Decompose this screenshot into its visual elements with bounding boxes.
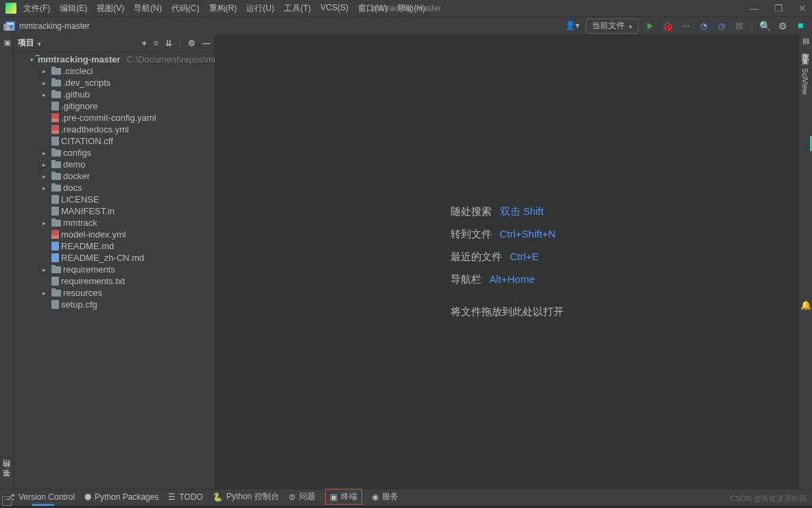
tree-file[interactable]: ▸requirements.txt — [14, 275, 215, 287]
status-terminal[interactable]: ▣终端 — [325, 489, 362, 505]
tree-item-label: docker — [63, 171, 90, 181]
tree-file[interactable]: ▸README.md — [14, 240, 215, 252]
chevron-right-icon[interactable]: ▸ — [43, 173, 49, 180]
tree-folder[interactable]: ▸.circleci — [14, 65, 215, 77]
tree-folder[interactable]: ▸.github — [14, 89, 215, 100]
keyboard-shortcut: 双击 Shift — [500, 205, 544, 218]
tree-file[interactable]: ▸.gitignore — [14, 100, 215, 112]
profile-button[interactable]: ◷ — [715, 20, 728, 32]
menu-item[interactable]: 导航(N) — [134, 3, 162, 14]
chevron-right-icon[interactable]: ▸ — [43, 91, 49, 98]
chevron-right-icon[interactable]: ▸ — [43, 185, 49, 192]
show-tool-windows-icon[interactable] — [2, 496, 12, 506]
folder-icon — [51, 150, 61, 157]
tree-file[interactable]: ▸CITATION.cff — [14, 135, 215, 147]
editor-area: 随处搜索双击 Shift转到文件Ctrl+Shift+N最近的文件Ctrl+E导… — [215, 34, 798, 489]
panel-settings-icon[interactable]: ⚙ — [188, 38, 195, 48]
status-services[interactable]: ◉服务 — [372, 491, 398, 503]
chevron-right-icon[interactable]: ▸ — [43, 220, 49, 227]
tool-database-tab[interactable]: ▤ 数据库 — [800, 36, 811, 47]
run-config-select[interactable]: 当前文件 — [586, 19, 638, 34]
status-bar: ⎇Version Control ⬢Python Packages ☰TODO … — [0, 489, 812, 504]
file-icon — [51, 102, 59, 111]
file-icon — [51, 113, 59, 122]
tree-file[interactable]: ▸model-index.yml — [14, 229, 215, 240]
tool-sciview-tab[interactable]: ▣ SciView — [801, 57, 810, 95]
stop-button[interactable] — [733, 20, 745, 32]
project-panel-title: 项目 — [18, 37, 34, 49]
expand-all-icon[interactable]: ≡ — [154, 38, 158, 48]
folder-icon — [51, 161, 61, 168]
more-run-icon[interactable]: ⋯ — [680, 20, 692, 32]
file-icon — [51, 207, 59, 216]
brand-action-icon[interactable] — [794, 20, 807, 32]
tree-folder[interactable]: ▸docker — [14, 170, 215, 182]
coverage-button[interactable]: ◔ — [697, 20, 710, 32]
tree-file[interactable]: ▸.readthedocs.yml — [14, 124, 215, 135]
right-gutter: ▤ 数据库 ▣ SciView 🔔 — [798, 34, 812, 489]
tree-file[interactable]: ▸MANIFEST.in — [14, 205, 215, 217]
status-python-console[interactable]: 🐍Python 控制台 — [213, 491, 279, 503]
watermark: CSDN @英俊潇洒的我 — [730, 494, 807, 504]
left-gutter: ▣项目 结构 书签 — [0, 34, 14, 489]
tree-folder[interactable]: ▸resources — [14, 287, 215, 299]
file-icon — [51, 195, 59, 204]
run-button[interactable] — [644, 20, 656, 32]
minimize-icon[interactable]: — — [750, 3, 759, 14]
folder-icon — [51, 185, 61, 192]
chevron-right-icon[interactable]: ▸ — [43, 290, 49, 297]
tree-folder[interactable]: ▸.dev_scripts — [14, 77, 215, 89]
close-icon[interactable]: ✕ — [798, 3, 807, 14]
folder-icon — [51, 290, 61, 297]
tree-item-label: .pre-commit-config.yaml — [61, 113, 156, 123]
tree-item-label: setup.cfg — [61, 299, 97, 310]
select-opened-icon[interactable]: ⌖ — [142, 38, 147, 48]
welcome-hints: 随处搜索双击 Shift转到文件Ctrl+Shift+N最近的文件Ctrl+E导… — [451, 205, 564, 319]
chevron-right-icon[interactable]: ▸ — [43, 150, 49, 157]
notifications-icon[interactable]: 🔔 — [800, 300, 811, 310]
tree-root[interactable]: ▾ mmtracking-master C:\Document\repos\mm… — [14, 54, 215, 65]
tree-folder[interactable]: ▸demo — [14, 159, 215, 170]
collapse-all-icon[interactable]: ⇊ — [165, 38, 172, 48]
folder-icon — [51, 80, 61, 86]
menu-item[interactable]: 运行(U) — [246, 3, 274, 14]
search-icon[interactable]: 🔍 — [759, 20, 771, 32]
debug-button[interactable]: 🐞 — [662, 20, 674, 32]
tree-file[interactable]: ▸.pre-commit-config.yaml — [14, 112, 215, 124]
panel-hide-icon[interactable]: — — [202, 38, 211, 48]
status-python-packages[interactable]: ⬢Python Packages — [84, 492, 158, 502]
chevron-right-icon[interactable]: ▸ — [43, 161, 49, 168]
welcome-label: 导航栏 — [451, 273, 481, 286]
menu-item[interactable]: 代码(C) — [171, 3, 200, 14]
status-problems[interactable]: ⊘问题 — [289, 491, 315, 503]
tree-folder[interactable]: ▸requirements — [14, 264, 215, 275]
project-tree[interactable]: ▾ mmtracking-master C:\Document\repos\mm… — [14, 52, 215, 489]
collaborators-icon[interactable]: 👤▾ — [565, 21, 580, 32]
tree-file[interactable]: ▸README_zh-CN.md — [14, 252, 215, 264]
tree-folder[interactable]: ▸mmtrack — [14, 217, 215, 229]
menu-item[interactable]: VCS(S) — [320, 3, 348, 14]
panel-view-dropdown[interactable] — [38, 38, 41, 48]
menu-item[interactable]: 工具(T) — [284, 3, 311, 14]
tree-folder[interactable]: ▸configs — [14, 147, 215, 159]
status-todo[interactable]: ☰TODO — [168, 492, 202, 502]
status-vcs[interactable]: ⎇Version Control — [5, 492, 75, 502]
chevron-right-icon[interactable]: ▸ — [43, 80, 49, 86]
settings-icon[interactable]: ⚙ — [776, 20, 789, 32]
tool-project-tab[interactable]: ▣项目 — [1, 36, 12, 48]
menu-item[interactable]: 文件(F) — [23, 3, 50, 14]
folder-icon — [51, 220, 61, 227]
maximize-icon[interactable]: ❐ — [774, 3, 783, 14]
tree-folder[interactable]: ▸docs — [14, 182, 215, 194]
chevron-right-icon[interactable]: ▸ — [43, 266, 49, 273]
tree-item-label: configs — [63, 148, 91, 158]
menu-item[interactable]: 视图(V) — [97, 3, 124, 14]
menu-item[interactable]: 编辑(E) — [60, 3, 87, 14]
menu-item[interactable]: 重构(R) — [209, 3, 237, 14]
tree-item-label: mmtrack — [63, 218, 97, 228]
tree-file[interactable]: ▸LICENSE — [14, 194, 215, 205]
tree-file[interactable]: ▸setup.cfg — [14, 299, 215, 310]
breadcrumb[interactable]: mmtracking-master — [19, 21, 90, 31]
chevron-right-icon[interactable]: ▸ — [43, 68, 49, 75]
project-folder-icon — [5, 21, 15, 31]
